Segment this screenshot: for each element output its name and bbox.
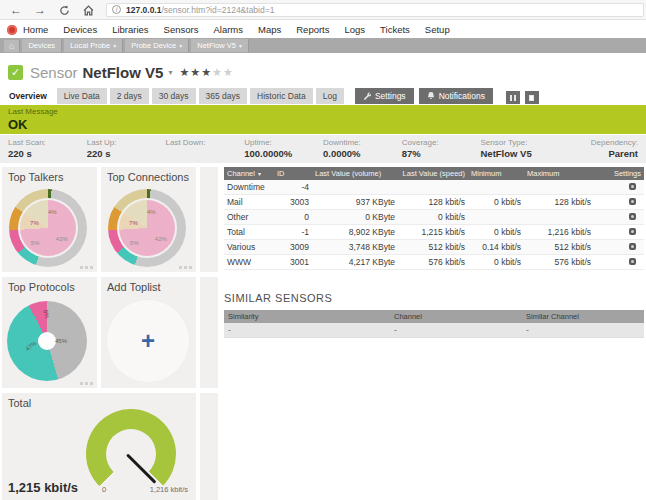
table-row: - - - [224, 323, 644, 338]
nav-maps[interactable]: Maps [258, 24, 281, 35]
nav-devices[interactable]: Devices [63, 24, 97, 35]
nav-alarms[interactable]: Alarms [213, 24, 243, 35]
channel-settings-gear-icon[interactable] [629, 243, 636, 250]
breadcrumb-devices[interactable]: Devices [22, 39, 62, 52]
pause-icon [509, 95, 517, 101]
table-row[interactable]: Downtime -4 [224, 180, 644, 195]
notifications-button[interactable]: Notifications [419, 88, 493, 104]
panel-mini-controls[interactable] [177, 266, 192, 269]
gauge-max-label: 1,216 kbit/s [150, 485, 188, 494]
tab-log[interactable]: Log [316, 88, 344, 104]
tab-2-days[interactable]: 2 days [110, 88, 149, 104]
tab-365-days[interactable]: 365 days [199, 88, 248, 104]
panel-mini-controls[interactable] [78, 266, 93, 269]
cell-similarity: - [224, 323, 390, 338]
nav-home[interactable]: Home [23, 24, 48, 35]
cell-min: 0 kbit/s [468, 255, 524, 270]
refresh-icon[interactable] [56, 1, 72, 19]
channel-settings-gear-icon[interactable] [629, 198, 636, 205]
nav-sensors[interactable]: Sensors [164, 24, 199, 35]
cell-max: 512 kbit/s [524, 240, 594, 255]
table-row[interactable]: Various 3009 3,748 KByte 512 kbit/s 0.14… [224, 240, 644, 255]
col-header-last-value-speed[interactable]: Last Value (speed) [398, 167, 468, 180]
cell-id: 3009 [274, 240, 312, 255]
breadcrumb-netflow-v5[interactable]: NetFlow V5▾ [191, 39, 249, 52]
col-header-minimum[interactable]: Minimum [468, 167, 524, 180]
stat-value: Parent [559, 148, 638, 159]
url-bar[interactable]: i 127.0.0.1 /sensor.htm?id=2124&tabid=1 [106, 3, 644, 17]
total-gauge-panel[interactable]: Total 1,215 kbit/s 0 1,216 kbit/s [2, 393, 196, 500]
rating-stars[interactable]: ★★★★★ [179, 66, 233, 79]
home-icon[interactable] [80, 1, 96, 19]
channel-section: Channel▾ ID Last Value (volume) Last Val… [224, 167, 644, 338]
panel-mini-controls[interactable] [78, 382, 93, 385]
top-connections-donut-chart[interactable]: 7% 4% 5% 42% [108, 189, 186, 267]
table-row[interactable]: Other 0 0 KByte 0 kbit/s [224, 210, 644, 225]
site-info-icon[interactable]: i [112, 5, 121, 14]
col-header-maximum[interactable]: Maximum [524, 167, 594, 180]
back-icon[interactable]: ← [8, 1, 24, 19]
add-toplist-panel[interactable]: Add Toplist + [101, 277, 196, 388]
add-toplist-circle[interactable]: + [106, 299, 190, 383]
stat-label: Sensor Type: [481, 138, 560, 147]
channel-settings-gear-icon[interactable] [629, 213, 636, 220]
cell-channel: - [390, 323, 522, 338]
channel-settings-gear-icon[interactable] [629, 183, 636, 190]
breadcrumb-local-probe[interactable]: Local Probe▾ [64, 39, 123, 52]
col-header-channel[interactable]: Channel▾ [224, 167, 274, 180]
chevron-down-icon: ▾ [179, 43, 182, 49]
table-row[interactable]: Total -1 8,902 KByte 1,215 kbit/s 0 kbit… [224, 225, 644, 240]
sensor-menu-icon[interactable]: ▾ [168, 68, 172, 77]
top-protocols-pie-chart[interactable]: 45% 47% 8% [7, 301, 87, 381]
wrench-icon [363, 92, 371, 100]
breadcrumb-label: Probe Device [131, 41, 176, 50]
settings-button[interactable]: Settings [355, 88, 414, 104]
forward-icon[interactable]: → [32, 1, 48, 19]
donut-label: 5% [31, 240, 40, 246]
stat-value: 220 s [8, 148, 87, 159]
nav-tickets[interactable]: Tickets [380, 24, 410, 35]
tab-live-data[interactable]: Live Data [57, 88, 107, 104]
cell-min [468, 180, 524, 195]
channel-settings-gear-icon[interactable] [629, 258, 636, 265]
tab-overview[interactable]: Overview [2, 88, 54, 104]
table-row[interactable]: Mail 3003 937 KByte 128 kbit/s 0 kbit/s … [224, 195, 644, 210]
nav-logs[interactable]: Logs [345, 24, 366, 35]
nav-reports[interactable]: Reports [296, 24, 329, 35]
gauge-needle [126, 454, 157, 484]
channel-settings-gear-icon[interactable] [629, 228, 636, 235]
browser-chrome: ← → i 127.0.0.1 /sensor.htm?id=2124&tabi… [0, 0, 646, 20]
table-row[interactable]: WWW 3001 4,217 KByte 576 kbit/s 0 kbit/s… [224, 255, 644, 270]
stats-strip: Last Scan:220 s Last Up:220 s Last Down:… [0, 135, 646, 163]
pie-label: 45% [55, 338, 67, 344]
top-connections-panel[interactable]: Top Connections 7% 4% 5% 42% [101, 167, 196, 272]
url-path: /sensor.htm?id=2124&tabid=1 [161, 5, 274, 15]
nav-libraries[interactable]: Libraries [112, 24, 148, 35]
cell-id: 0 [274, 210, 312, 225]
tab-30-days[interactable]: 30 days [152, 88, 196, 104]
col-header-channel[interactable]: Channel [390, 310, 522, 323]
col-header-settings[interactable]: Settings [594, 167, 644, 180]
cell-max: 576 kbit/s [524, 255, 594, 270]
top-talkers-panel[interactable]: Top Talkers 7% 4% 5% 42% [2, 167, 97, 272]
col-header-last-value-volume[interactable]: Last Value (volume) [312, 167, 398, 180]
nav-setup[interactable]: Setup [425, 24, 450, 35]
pause-button[interactable] [506, 91, 520, 104]
similar-sensors-table: Similarity Channel Similar Channel - - - [224, 310, 644, 338]
col-header-id[interactable]: ID [274, 167, 312, 180]
col-header-similar-channel[interactable]: Similar Channel [522, 310, 644, 323]
more-options-button[interactable] [525, 91, 539, 104]
tab-historic-data[interactable]: Historic Data [250, 88, 313, 104]
prtg-logo-icon[interactable] [7, 25, 17, 35]
top-protocols-panel[interactable]: Top Protocols 45% 47% 8% [2, 277, 97, 388]
page-title: NetFlow V5 [83, 64, 164, 81]
cell-speed: 0 kbit/s [398, 210, 468, 225]
top-talkers-donut-chart[interactable]: 7% 4% 5% 42% [9, 189, 87, 267]
col-header-similarity[interactable]: Similarity [224, 310, 390, 323]
cell-min: 0 kbit/s [468, 195, 524, 210]
breadcrumb-probe-device[interactable]: Probe Device▾ [125, 39, 189, 52]
breadcrumb-home-icon[interactable]: ⌂ [4, 40, 20, 52]
cell-max [524, 210, 594, 225]
stat-label: Uptime: [244, 138, 323, 147]
donut-label: 7% [129, 220, 138, 226]
